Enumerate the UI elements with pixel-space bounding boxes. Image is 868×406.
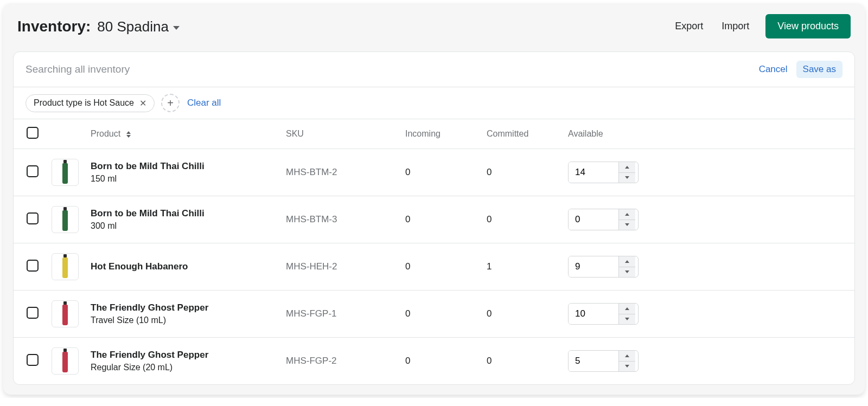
step-down-button[interactable] bbox=[619, 314, 635, 325]
sku-value: MHS-HEH-2 bbox=[280, 243, 400, 291]
clear-all-button[interactable]: Clear all bbox=[186, 95, 222, 111]
step-up-button[interactable] bbox=[619, 351, 635, 362]
sku-value: MHS-FGP-2 bbox=[280, 338, 400, 385]
incoming-value: 0 bbox=[400, 243, 481, 291]
incoming-value: 0 bbox=[400, 291, 481, 338]
chevron-up-icon bbox=[625, 166, 629, 169]
row-checkbox[interactable] bbox=[27, 260, 39, 272]
available-input[interactable] bbox=[569, 351, 618, 371]
product-thumbnail[interactable] bbox=[52, 206, 79, 233]
committed-value: 0 bbox=[481, 149, 563, 196]
available-input[interactable] bbox=[569, 162, 618, 183]
step-up-button[interactable] bbox=[619, 209, 635, 220]
product-thumbnail[interactable] bbox=[52, 159, 79, 186]
close-icon[interactable]: ✕ bbox=[139, 98, 146, 108]
chevron-down-icon bbox=[625, 318, 629, 320]
step-down-button[interactable] bbox=[619, 362, 635, 372]
incoming-value: 0 bbox=[400, 338, 481, 385]
product-name[interactable]: Hot Enough Habanero bbox=[91, 261, 275, 272]
product-name[interactable]: The Friendly Ghost Pepper bbox=[91, 350, 275, 360]
stepper-buttons bbox=[618, 162, 635, 183]
filter-chip-product-type[interactable]: Product type is Hot Sauce ✕ bbox=[25, 94, 155, 112]
table-row: Born to be Mild Thai Chilli 150 ml MHS-B… bbox=[14, 149, 854, 196]
table-row: The Friendly Ghost Pepper Travel Size (1… bbox=[14, 291, 854, 338]
bottle-icon bbox=[62, 257, 68, 278]
page-title: Inventory: 80 Spadina bbox=[17, 18, 180, 35]
step-down-button[interactable] bbox=[619, 267, 635, 278]
step-up-button[interactable] bbox=[619, 256, 635, 267]
inventory-page: Inventory: 80 Spadina Export Import View… bbox=[3, 3, 865, 395]
chevron-down-icon bbox=[625, 270, 629, 273]
available-input[interactable] bbox=[569, 304, 618, 324]
row-checkbox[interactable] bbox=[27, 307, 39, 319]
available-input[interactable] bbox=[569, 256, 618, 277]
row-checkbox[interactable] bbox=[27, 354, 39, 366]
available-stepper[interactable] bbox=[568, 209, 639, 230]
product-name[interactable]: Born to be Mild Thai Chilli bbox=[91, 208, 275, 219]
product-thumbnail[interactable] bbox=[52, 253, 79, 280]
view-products-button[interactable]: View products bbox=[765, 14, 851, 38]
chevron-up-icon bbox=[625, 260, 629, 263]
column-header-incoming[interactable]: Incoming bbox=[400, 119, 481, 149]
caret-down-icon bbox=[173, 26, 180, 30]
product-thumbnail[interactable] bbox=[52, 347, 79, 375]
column-header-product[interactable]: Product bbox=[85, 119, 280, 149]
step-up-button[interactable] bbox=[619, 162, 635, 173]
product-name[interactable]: The Friendly Ghost Pepper bbox=[91, 302, 275, 313]
cancel-button[interactable]: Cancel bbox=[758, 62, 789, 77]
stepper-buttons bbox=[618, 256, 635, 277]
sku-value: MHS-FGP-1 bbox=[280, 291, 400, 338]
select-all-checkbox[interactable] bbox=[27, 127, 39, 139]
location-selector[interactable]: 80 Spadina bbox=[97, 18, 180, 35]
chevron-down-icon bbox=[625, 223, 629, 226]
row-checkbox[interactable] bbox=[27, 165, 39, 177]
product-name[interactable]: Born to be Mild Thai Chilli bbox=[91, 161, 275, 172]
product-thumbnail[interactable] bbox=[52, 300, 79, 327]
product-variant: 300 ml bbox=[91, 221, 275, 231]
sku-value: MHS-BTM-3 bbox=[280, 196, 400, 243]
filter-bar: Product type is Hot Sauce ✕ + Clear all bbox=[14, 87, 854, 119]
stepper-buttons bbox=[618, 209, 635, 230]
available-stepper[interactable] bbox=[568, 162, 639, 183]
chevron-up-icon bbox=[625, 355, 629, 357]
available-stepper[interactable] bbox=[568, 303, 639, 325]
column-header-available[interactable]: Available bbox=[563, 119, 671, 149]
incoming-value: 0 bbox=[400, 196, 481, 243]
column-header-sku[interactable]: SKU bbox=[280, 119, 400, 149]
chevron-down-icon bbox=[625, 176, 629, 179]
committed-value: 0 bbox=[481, 338, 563, 385]
stepper-buttons bbox=[618, 351, 635, 371]
step-down-button[interactable] bbox=[619, 173, 635, 183]
row-checkbox[interactable] bbox=[27, 212, 39, 224]
inventory-card: Searching all inventory Cancel Save as P… bbox=[13, 51, 855, 385]
sort-icon bbox=[126, 131, 131, 138]
committed-value: 0 bbox=[481, 291, 563, 338]
column-header-committed[interactable]: Committed bbox=[481, 119, 563, 149]
bottle-icon bbox=[62, 352, 68, 372]
available-stepper[interactable] bbox=[568, 350, 639, 372]
available-input[interactable] bbox=[569, 209, 618, 230]
product-variant: Travel Size (10 mL) bbox=[91, 315, 275, 325]
committed-value: 0 bbox=[481, 196, 563, 243]
sku-value: MHS-BTM-2 bbox=[280, 149, 400, 196]
step-down-button[interactable] bbox=[619, 220, 635, 230]
table-row: Born to be Mild Thai Chilli 300 ml MHS-B… bbox=[14, 196, 854, 243]
search-bar: Searching all inventory Cancel Save as bbox=[14, 52, 854, 87]
chevron-up-icon bbox=[625, 307, 629, 310]
committed-value: 1 bbox=[481, 243, 563, 291]
filter-chip-label: Product type is Hot Sauce bbox=[34, 98, 134, 108]
available-stepper[interactable] bbox=[568, 256, 639, 278]
table-row: The Friendly Ghost Pepper Regular Size (… bbox=[14, 338, 854, 385]
incoming-value: 0 bbox=[400, 149, 481, 196]
step-up-button[interactable] bbox=[619, 304, 635, 314]
stepper-buttons bbox=[618, 304, 635, 324]
save-as-button[interactable]: Save as bbox=[796, 61, 843, 78]
bottle-icon bbox=[62, 305, 68, 325]
import-button[interactable]: Import bbox=[719, 17, 751, 35]
export-button[interactable]: Export bbox=[673, 17, 705, 35]
add-filter-button[interactable]: + bbox=[161, 94, 180, 112]
table-row: Hot Enough Habanero MHS-HEH-2 0 1 bbox=[14, 243, 854, 291]
search-input[interactable]: Searching all inventory bbox=[25, 63, 130, 75]
product-variant: 150 ml bbox=[91, 174, 275, 184]
location-name: 80 Spadina bbox=[97, 18, 169, 35]
